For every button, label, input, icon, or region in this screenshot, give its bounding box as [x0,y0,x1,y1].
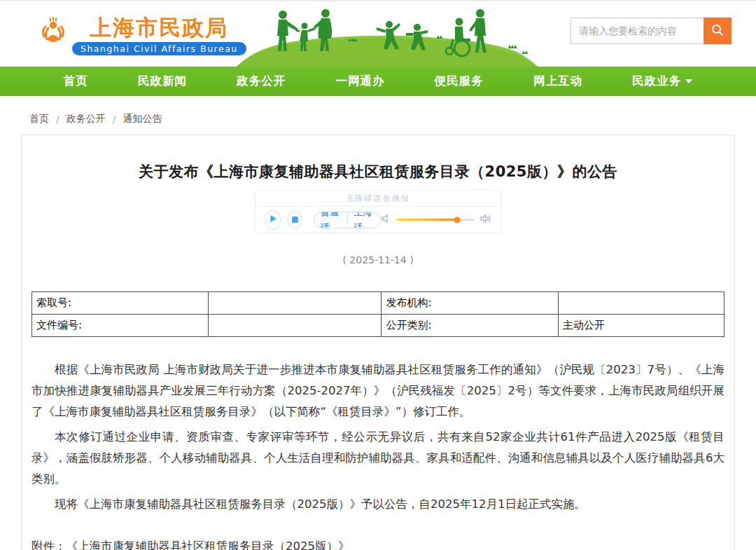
attachment-link[interactable]: 附件：《上海市康复辅助器具社区租赁服务目录（2025版）》 [31,536,724,550]
nav-label: 便民服务 [435,74,484,89]
article-card: 关于发布《上海市康复辅助器具社区租赁服务目录（2025版）》的公告 无障碍语音播… [21,135,735,550]
main-nav: 首页 民政新闻 政务公开 一网通办 便民服务 网上互动 民政业务 [0,67,756,96]
site-subtitle: Shanghai Civil Affairs Bureau [72,42,246,55]
breadcrumb: 首页 / 政务公开 / 通知公告 [29,113,756,125]
breadcrumb-home[interactable]: 首页 [29,113,49,125]
site-search [570,18,732,44]
nav-item-home[interactable]: 首页 [64,74,88,89]
language-toggle: 普通话 上海话 [314,212,381,228]
breadcrumb-notices[interactable]: 通知公告 [122,113,162,125]
nav-label: 网上互动 [533,74,582,89]
nav-item-services[interactable]: 便民服务 [435,74,484,89]
meta-label-issuing-agency: 发布机构: [382,292,558,315]
nav-item-one-stop[interactable]: 一网通办 [335,74,384,89]
civil-affairs-emblem-icon [38,15,68,49]
breadcrumb-separator: / [56,114,59,125]
meta-label-document-number: 文件编号: [32,315,209,337]
audio-reader-widget: 无障碍语音播报 普通话 上海话 [255,190,501,233]
search-input[interactable] [570,18,704,44]
chevron-down-icon [685,79,692,83]
meta-value-issuing-agency [558,292,724,315]
paragraph: 根据《上海市民政局 上海市财政局关于进一步推进本市康复辅助器具社区租赁服务工作的… [31,359,724,422]
publish-date: ( 2025-11-14 ) [31,254,724,266]
stop-icon [292,216,298,223]
search-button[interactable] [704,18,732,44]
family-hill-illustration [237,2,538,67]
nav-item-business[interactable]: 民政业务 [632,74,692,89]
paragraph: 现将《上海市康复辅助器具社区租赁服务目录（2025版）》予以公告，自2025年1… [31,494,724,515]
breadcrumb-gov-info[interactable]: 政务公开 [66,113,106,125]
site-title: 上海市民政局 [90,15,228,39]
language-option-shanghainese[interactable]: 上海话 [347,212,380,228]
nav-label: 政务公开 [237,74,286,89]
play-icon [269,214,277,225]
meta-value-index-number [209,292,382,315]
meta-value-document-number [209,315,382,337]
meta-value-disclosure-category: 主动公开 [558,315,724,337]
article-body: 根据《上海市民政局 上海市财政局关于进一步推进本市康复辅助器具社区租赁服务工作的… [31,359,724,550]
table-row: 文件编号: 公开类别: 主动公开 [32,315,724,337]
meta-label-index-number: 索取号: [32,292,209,315]
nav-label: 一网通办 [335,74,384,89]
page-header: 上海市民政局 Shanghai Civil Affairs Bureau [0,0,756,67]
volume-icon[interactable] [480,213,491,226]
volume-slider[interactable] [396,219,475,221]
table-row: 索取号: 发布机构: [32,292,724,315]
search-icon [710,23,724,39]
nav-item-news[interactable]: 民政新闻 [138,74,187,89]
nav-item-interaction[interactable]: 网上互动 [533,74,582,89]
document-meta-table: 索取号: 发布机构: 文件编号: 公开类别: 主动公开 [31,291,724,337]
volume-slider-thumb[interactable] [454,216,461,223]
nav-label: 民政新闻 [138,74,187,89]
play-button[interactable] [265,210,281,230]
paragraph: 本次修订通过企业申请、资质审查、专家评审等环节，经公示无异议后，共有来自52家企… [31,427,724,490]
nav-item-gov-info[interactable]: 政务公开 [237,74,286,89]
language-option-mandarin[interactable]: 普通话 [314,212,347,228]
volume-control [381,213,491,226]
nav-label: 民政业务 [632,74,681,89]
breadcrumb-separator: / [113,114,116,125]
audio-reader-caption: 无障碍语音播报 [255,191,500,207]
site-logo[interactable]: 上海市民政局 Shanghai Civil Affairs Bureau [38,15,246,55]
mute-icon[interactable] [381,213,391,226]
article-title: 关于发布《上海市康复辅助器具社区租赁服务目录（2025版）》的公告 [31,162,724,181]
stop-button[interactable] [288,211,302,228]
nav-label: 首页 [64,74,88,89]
meta-label-disclosure-category: 公开类别: [382,315,558,337]
